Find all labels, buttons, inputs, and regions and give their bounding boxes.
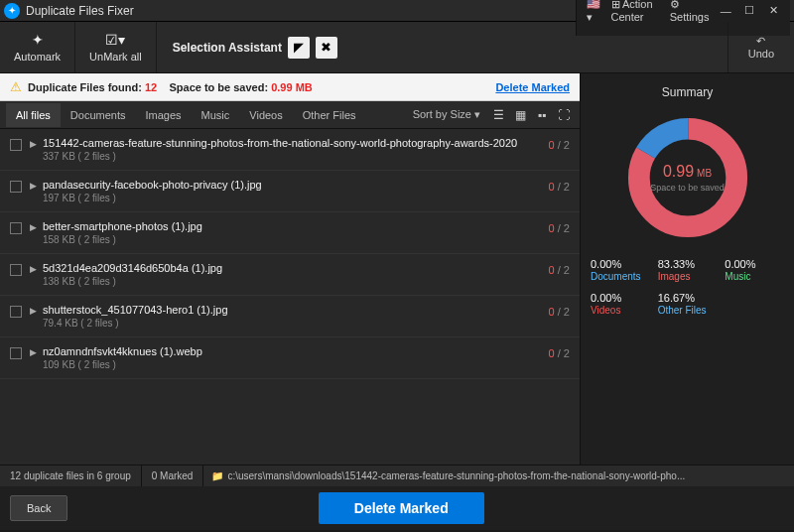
file-size: 197 KB ( 2 files )	[43, 193, 541, 203]
view-details-icon[interactable]: ▦	[510, 105, 530, 125]
expand-icon[interactable]: ▶	[30, 347, 37, 357]
status-bar: 12 duplicate files in 6 group 0 Marked 📁…	[0, 465, 794, 486]
space-label: Space to be saved:	[169, 81, 268, 93]
tab-all-files[interactable]: All files	[6, 103, 61, 127]
titlebar: ✦ Duplicate Files Fixer 🇺🇸 ▾ ⊞ Action Ce…	[0, 0, 794, 22]
stat-images: 83.33% Images	[658, 258, 718, 282]
tab-documents[interactable]: Documents	[61, 103, 136, 127]
file-name: shutterstock_451077043-hero1 (1).jpg	[43, 304, 541, 316]
file-size: 109 KB ( 2 files )	[43, 359, 541, 370]
tab-images[interactable]: Images	[135, 103, 191, 127]
fullscreen-icon[interactable]: ⛶	[554, 105, 574, 125]
donut-value: 0.99	[663, 163, 694, 180]
tab-videos[interactable]: Videos	[239, 103, 292, 127]
summary-title: Summary	[591, 85, 784, 99]
selection-count: 0 / 2	[549, 347, 570, 359]
expand-icon[interactable]: ▶	[30, 222, 37, 232]
file-group-row[interactable]: ▶shutterstock_451077043-hero1 (1).jpg79.…	[0, 296, 580, 337]
file-group-row[interactable]: ▶nz0amndnfsvkt4kknues (1).webp109 KB ( 2…	[0, 337, 580, 379]
row-checkbox[interactable]	[10, 347, 22, 359]
file-name: 5d321d4ea209d3146d650b4a (1).jpg	[43, 262, 541, 274]
flag-icon[interactable]: 🇺🇸 ▾	[587, 0, 601, 24]
row-checkbox[interactable]	[10, 264, 22, 276]
selection-mode-1-button[interactable]: ◤	[288, 37, 310, 59]
delete-marked-button[interactable]: Delete Marked	[319, 492, 484, 524]
selection-mode-2-button[interactable]: ✖	[316, 37, 337, 59]
file-name: 151442-cameras-feature-stunning-photos-f…	[43, 137, 541, 149]
filter-tabs: All files Documents Images Music Videos …	[0, 101, 580, 129]
expand-icon[interactable]: ▶	[30, 264, 37, 274]
tab-other[interactable]: Other Files	[293, 103, 366, 127]
unmark-all-button[interactable]: ☑▾ UnMark all	[75, 22, 157, 72]
app-title: Duplicate Files Fixer	[26, 4, 576, 18]
row-checkbox[interactable]	[10, 306, 22, 318]
selection-count: 0 / 2	[549, 181, 570, 193]
maximize-button[interactable]: ☐	[742, 4, 756, 17]
undo-button[interactable]: ↶ Undo	[728, 22, 794, 72]
expand-icon[interactable]: ▶	[30, 306, 37, 316]
back-button[interactable]: Back	[10, 495, 67, 521]
view-grid-icon[interactable]: ▪▪	[532, 105, 552, 125]
notice-bar: ⚠ Duplicate Files found: 12 Space to be …	[0, 73, 580, 101]
action-center-button[interactable]: ⊞ Action Center	[611, 0, 660, 23]
file-group-row[interactable]: ▶151442-cameras-feature-stunning-photos-…	[0, 129, 580, 171]
summary-panel: Summary 0.99 MB Space to be saved 0.00% …	[580, 73, 794, 465]
footer: Back Delete Marked	[0, 486, 794, 530]
settings-button[interactable]: ⚙ Settings	[670, 0, 710, 23]
expand-icon[interactable]: ▶	[30, 139, 37, 149]
file-name: better-smartphone-photos (1).jpg	[43, 220, 541, 232]
app-logo-icon: ✦	[4, 3, 20, 19]
selection-assistant: Selection Assistant ◤ ✖	[157, 22, 728, 72]
minimize-button[interactable]: —	[719, 5, 732, 17]
stat-videos: 0.00% Videos	[591, 292, 650, 316]
view-list-icon[interactable]: ☰	[488, 105, 508, 125]
file-group-row[interactable]: ▶5d321d4ea209d3146d650b4a (1).jpg138 KB …	[0, 254, 580, 296]
unmark-icon: ☑▾	[105, 32, 125, 48]
expand-icon[interactable]: ▶	[30, 181, 37, 191]
status-path: 📁 c:\users\mansi\downloads\151442-camera…	[203, 470, 794, 481]
file-size: 138 KB ( 2 files )	[43, 276, 541, 287]
selection-count: 0 / 2	[549, 264, 570, 276]
file-group-row[interactable]: ▶pandasecurity-facebook-photo-privacy (1…	[0, 171, 580, 212]
tab-music[interactable]: Music	[192, 103, 240, 127]
row-checkbox[interactable]	[10, 222, 22, 234]
status-summary: 12 duplicate files in 6 group	[0, 466, 142, 486]
file-name: pandasecurity-facebook-photo-privacy (1)…	[43, 179, 541, 191]
space-value: 0.99 MB	[271, 81, 313, 93]
file-size: 337 KB ( 2 files )	[43, 151, 541, 162]
selection-count: 0 / 2	[549, 222, 570, 234]
automark-button[interactable]: ✦ Automark	[0, 22, 75, 72]
status-marked: 0 Marked	[142, 466, 204, 486]
toolbar: ✦ Automark ☑▾ UnMark all Selection Assis…	[0, 22, 794, 73]
stat-other: 16.67% Other Files	[658, 292, 718, 316]
stat-music: 0.00% Music	[725, 258, 784, 282]
stat-documents: 0.00% Documents	[591, 258, 650, 282]
close-button[interactable]: ✕	[766, 4, 780, 17]
row-checkbox[interactable]	[10, 181, 22, 193]
selection-count: 0 / 2	[549, 306, 570, 318]
row-checkbox[interactable]	[10, 139, 22, 151]
file-group-row[interactable]: ▶better-smartphone-photos (1).jpg158 KB …	[0, 212, 580, 254]
warning-icon: ⚠	[10, 79, 22, 94]
file-size: 79.4 KB ( 2 files )	[43, 318, 541, 329]
donut-unit: MB	[697, 168, 712, 179]
selection-count: 0 / 2	[549, 139, 570, 151]
found-label: Duplicate Files found:	[28, 81, 142, 93]
sort-dropdown[interactable]: Sort by Size ▾	[413, 108, 480, 121]
file-size: 158 KB ( 2 files )	[43, 234, 541, 245]
folder-icon: 📁	[211, 470, 223, 481]
delete-marked-link[interactable]: Delete Marked	[495, 81, 570, 93]
file-list: ▶151442-cameras-feature-stunning-photos-…	[0, 129, 580, 465]
donut-label: Space to be saved	[650, 183, 725, 193]
found-count: 12	[145, 81, 157, 93]
undo-icon: ↶	[756, 35, 765, 48]
wand-icon: ✦	[32, 32, 44, 48]
file-name: nz0amndnfsvkt4kknues (1).webp	[43, 345, 541, 357]
